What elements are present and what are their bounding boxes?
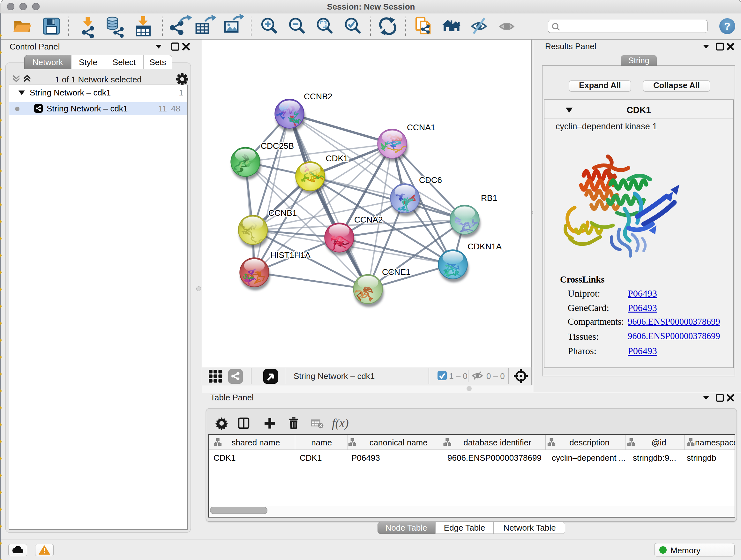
svg-text:CCNA1: CCNA1: [407, 123, 435, 132]
svg-text:1 – 0: 1 – 0: [449, 371, 468, 381]
svg-text:CDC25B: CDC25B: [261, 141, 294, 151]
svg-text:CCNB1: CCNB1: [268, 208, 297, 218]
svg-text:CCNB2: CCNB2: [304, 91, 332, 101]
svg-text:CDKN1A: CDKN1A: [468, 242, 502, 251]
svg-text:f(x): f(x): [332, 416, 349, 430]
svg-text:0 – 0: 0 – 0: [486, 371, 505, 381]
svg-text:RB1: RB1: [481, 193, 497, 203]
svg-text:CCNA2: CCNA2: [354, 215, 383, 225]
svg-text:String Network – cdk1: String Network – cdk1: [293, 371, 375, 381]
svg-text:CDC6: CDC6: [419, 175, 442, 185]
svg-text:CDK1: CDK1: [326, 153, 348, 163]
svg-text:HIST1H1A: HIST1H1A: [270, 250, 311, 260]
svg-text:CCNE1: CCNE1: [382, 267, 410, 277]
